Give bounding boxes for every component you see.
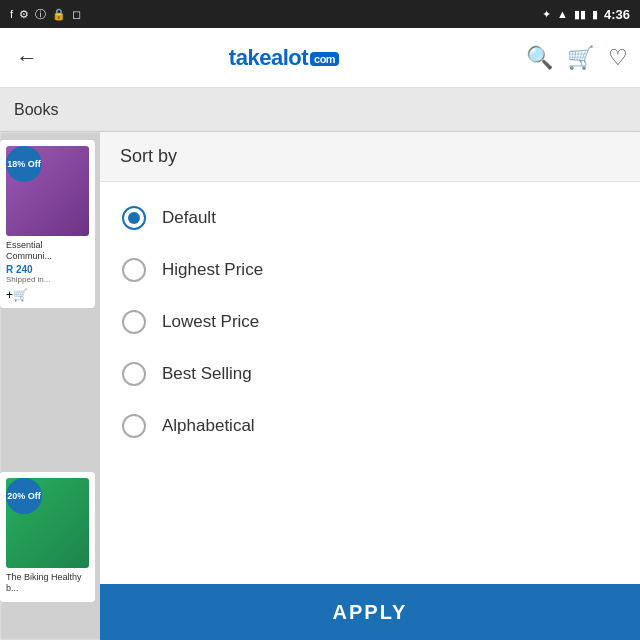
product-title: Essential Communi... [6, 240, 89, 262]
sort-option-highest-price[interactable]: Highest Price [100, 244, 640, 296]
sort-options: Default Highest Price Lowest Price Best … [100, 182, 640, 584]
cart-small-icon: +🛒 [6, 288, 28, 302]
left-product-cards: 18% Off Essential Communi... R 240 Shipp… [0, 132, 100, 640]
wifi-icon: ▲ [557, 8, 568, 20]
sort-label-lowest-price: Lowest Price [162, 312, 259, 332]
fb-icon: f [10, 8, 13, 20]
status-bar-right: ✦ ▲ ▮▮ ▮ 4:36 [542, 7, 630, 22]
apply-btn-container: APPLY [100, 584, 640, 640]
discount-badge: 18% Off [6, 146, 42, 182]
add-to-cart[interactable]: +🛒 [6, 288, 89, 302]
wishlist-icon[interactable]: ♡ [608, 45, 628, 71]
info-icon: ⓘ [35, 7, 46, 22]
bluetooth-icon: ✦ [542, 8, 551, 21]
sort-option-best-selling[interactable]: Best Selling [100, 348, 640, 400]
radio-default[interactable] [122, 206, 146, 230]
books-label: Books [14, 101, 58, 119]
sort-label-best-selling: Best Selling [162, 364, 252, 384]
status-bar-left: f ⚙ ⓘ 🔒 ◻ [10, 7, 81, 22]
sort-panel: Sort by Default Highest Price Lowest Pri… [100, 132, 640, 640]
product-price: R 240 [6, 264, 89, 275]
back-button[interactable]: ← [12, 41, 42, 75]
radio-default-inner [128, 212, 140, 224]
battery-icon: ▮ [592, 8, 598, 21]
settings-icon: ⚙ [19, 8, 29, 21]
product-card: 20% Off The Biking Healthy b... [0, 472, 95, 602]
sort-option-lowest-price[interactable]: Lowest Price [100, 296, 640, 348]
nav-icons: 🔍 🛒 ♡ [526, 45, 628, 71]
product-card: 18% Off Essential Communi... R 240 Shipp… [0, 140, 95, 308]
logo-container: takealotcom [52, 45, 516, 71]
logo-badge: com [310, 52, 339, 66]
radio-highest-price[interactable] [122, 258, 146, 282]
signal-icon: ▮▮ [574, 8, 586, 21]
sort-option-default[interactable]: Default [100, 192, 640, 244]
sort-label-alphabetical: Alphabetical [162, 416, 255, 436]
top-nav: ← takealotcom 🔍 🛒 ♡ [0, 28, 640, 88]
discount-badge: 20% Off [6, 478, 42, 514]
main-content: 18% Off Essential Communi... R 240 Shipp… [0, 132, 640, 640]
product-shipping: Shipped in... [6, 275, 89, 284]
status-bar: f ⚙ ⓘ 🔒 ◻ ✦ ▲ ▮▮ ▮ 4:36 [0, 0, 640, 28]
sort-label-highest-price: Highest Price [162, 260, 263, 280]
sort-header: Sort by [100, 132, 640, 182]
radio-lowest-price[interactable] [122, 310, 146, 334]
logo-text: takealotcom [229, 45, 339, 71]
radio-alphabetical[interactable] [122, 414, 146, 438]
cart-icon[interactable]: 🛒 [567, 45, 594, 71]
books-bar: Books [0, 88, 640, 132]
search-icon[interactable]: 🔍 [526, 45, 553, 71]
product-title: The Biking Healthy b... [6, 572, 89, 594]
apply-button[interactable]: APPLY [100, 584, 640, 640]
sort-option-alphabetical[interactable]: Alphabetical [100, 400, 640, 452]
sort-label-default: Default [162, 208, 216, 228]
logo-wordmark: takealot [229, 45, 308, 70]
lock-icon: 🔒 [52, 8, 66, 21]
radio-best-selling[interactable] [122, 362, 146, 386]
status-time: 4:36 [604, 7, 630, 22]
notification-icon: ◻ [72, 8, 81, 21]
